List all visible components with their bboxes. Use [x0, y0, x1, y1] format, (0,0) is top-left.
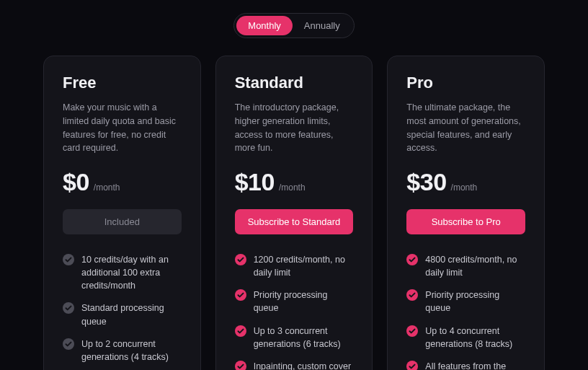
- plan-free: Free Make your music with a limited dail…: [43, 56, 201, 370]
- list-item: All features from the standard plan: [406, 360, 525, 370]
- price-row: $30 /month: [406, 168, 525, 196]
- check-icon: [63, 338, 74, 350]
- feature-text: Priority processing queue: [425, 288, 525, 314]
- feature-text: Priority processing queue: [254, 288, 354, 314]
- feature-text: Inpainting, custom cover art, and custom…: [254, 360, 354, 370]
- plan-desc: Make your music with a limited daily quo…: [63, 101, 182, 155]
- feature-text: Up to 3 concurrent generations (6 tracks…: [254, 325, 354, 351]
- price-amount: $0: [63, 168, 89, 196]
- check-icon: [235, 254, 246, 265]
- list-item: 10 credits/day with an additional 100 ex…: [63, 253, 182, 292]
- price-row: $10 /month: [235, 168, 354, 196]
- list-item: Inpainting, custom cover art, and custom…: [235, 360, 354, 370]
- feature-text: 1200 credits/month, no daily limit: [254, 253, 354, 279]
- included-button: Included: [63, 209, 182, 234]
- price-amount: $10: [235, 168, 275, 196]
- feature-list: 4800 credits/month, no daily limit Prior…: [406, 253, 525, 370]
- price-amount: $30: [406, 168, 446, 196]
- list-item: Standard processing queue: [63, 301, 182, 327]
- list-item: Up to 4 concurrent generations (8 tracks…: [406, 325, 525, 351]
- annually-toggle[interactable]: Annually: [293, 16, 352, 35]
- billing-toggle: Monthly Annually: [233, 13, 354, 38]
- feature-text: All features from the standard plan: [425, 360, 525, 370]
- list-item: Up to 3 concurrent generations (6 tracks…: [235, 325, 354, 351]
- price-per: /month: [451, 182, 478, 193]
- price-row: $0 /month: [63, 168, 182, 196]
- svg-point-7: [235, 361, 246, 370]
- plan-desc: The introductory package, higher generat…: [235, 101, 354, 155]
- check-icon: [406, 325, 418, 337]
- plan-title: Free: [63, 74, 182, 92]
- plan-desc: The ultimate package, the most amount of…: [406, 101, 525, 155]
- check-icon: [63, 254, 74, 265]
- feature-list: 1200 credits/month, no daily limit Prior…: [235, 253, 354, 370]
- plan-standard: Standard The introductory package, highe…: [215, 56, 373, 370]
- feature-text: Up to 2 concurrent generations (4 tracks…: [81, 338, 182, 364]
- check-icon: [406, 361, 418, 370]
- check-icon: [235, 289, 246, 301]
- plan-pro: Pro The ultimate package, the most amoun…: [387, 56, 545, 370]
- plan-title: Pro: [406, 74, 525, 92]
- check-icon: [63, 302, 74, 314]
- feature-text: 4800 credits/month, no daily limit: [425, 253, 525, 279]
- list-item: 4800 credits/month, no daily limit: [406, 253, 525, 279]
- feature-text: 10 credits/day with an additional 100 ex…: [81, 253, 182, 292]
- plan-title: Standard: [235, 74, 354, 92]
- feature-text: Up to 4 concurrent generations (8 tracks…: [425, 325, 525, 351]
- list-item: Up to 2 concurrent generations (4 tracks…: [63, 338, 182, 364]
- feature-text: Standard processing queue: [81, 301, 182, 327]
- pricing-plans: Free Make your music with a limited dail…: [0, 56, 588, 370]
- list-item: Priority processing queue: [406, 288, 525, 314]
- monthly-toggle[interactable]: Monthly: [236, 16, 293, 35]
- list-item: Priority processing queue: [235, 288, 354, 314]
- check-icon: [406, 254, 418, 265]
- check-icon: [235, 361, 246, 370]
- svg-point-11: [406, 361, 418, 370]
- subscribe-standard-button[interactable]: Subscribe to Standard: [235, 209, 354, 234]
- check-icon: [406, 289, 418, 301]
- price-per: /month: [279, 182, 306, 193]
- price-per: /month: [94, 182, 120, 193]
- subscribe-pro-button[interactable]: Subscribe to Pro: [406, 209, 525, 234]
- check-icon: [235, 325, 246, 337]
- list-item: 1200 credits/month, no daily limit: [235, 253, 354, 279]
- feature-list: 10 credits/day with an additional 100 ex…: [63, 253, 182, 370]
